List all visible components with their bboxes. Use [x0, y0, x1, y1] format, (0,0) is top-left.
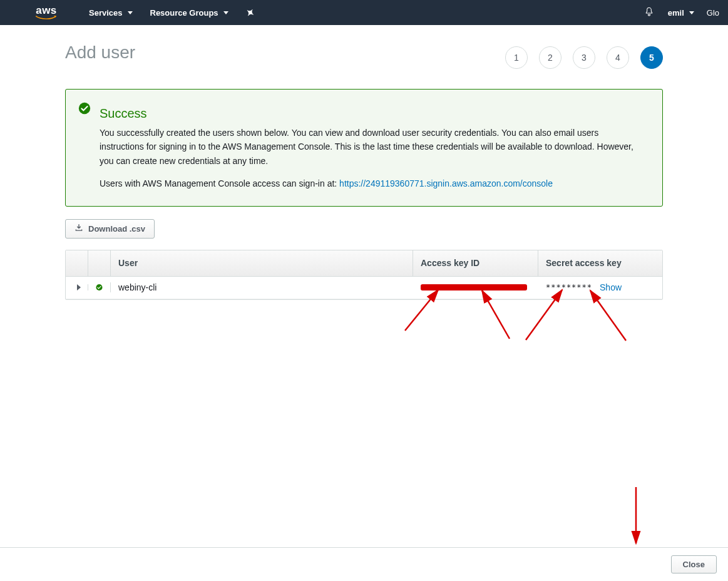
- nav-resource-groups-label: Resource Groups: [150, 8, 218, 18]
- expand-row-toggle[interactable]: [66, 284, 88, 290]
- account-user-label: emil: [668, 8, 684, 18]
- aws-smile-icon: [35, 15, 58, 20]
- wizard-steps: 1 2 3 4 5: [505, 46, 663, 69]
- signin-url-link[interactable]: https://249119360771.signin.aws.amazon.c…: [339, 178, 553, 188]
- close-button[interactable]: Close: [671, 555, 717, 573]
- wizard-step-1[interactable]: 1: [505, 46, 528, 69]
- table-row: webiny-cli ********* Show: [66, 277, 662, 299]
- page-title: Add user: [65, 43, 135, 63]
- chevron-down-icon: [223, 11, 228, 14]
- users-table: User Access key ID Secret access key web…: [65, 250, 663, 300]
- top-nav: aws Services Resource Groups ✦ emil Glo: [0, 0, 728, 25]
- success-signin-prefix: Users with AWS Management Console access…: [100, 178, 339, 188]
- row-username: webiny-cli: [111, 282, 413, 292]
- pin-icon: ✦: [243, 5, 257, 19]
- download-csv-button[interactable]: Download .csv: [65, 219, 155, 239]
- th-user: User: [111, 250, 413, 276]
- footer-actions: Close: [0, 547, 728, 581]
- th-access-key-id: Access key ID: [413, 250, 538, 276]
- nav-pin[interactable]: ✦: [246, 7, 254, 19]
- success-body-text: You successfully created the users shown…: [100, 126, 645, 168]
- aws-logo-text: aws: [36, 5, 57, 16]
- notifications-button[interactable]: [644, 7, 654, 19]
- account-menu[interactable]: emil: [668, 8, 694, 18]
- th-secret-access-key: Secret access key: [538, 250, 662, 276]
- row-secret-masked: *********: [546, 283, 592, 292]
- nav-resource-groups[interactable]: Resource Groups: [150, 8, 228, 18]
- success-check-icon: [78, 102, 91, 115]
- success-check-icon: [96, 282, 103, 292]
- svg-point-0: [79, 103, 90, 114]
- bell-icon: [644, 7, 654, 17]
- download-csv-label: Download .csv: [88, 224, 145, 234]
- redacted-access-key: [421, 284, 527, 290]
- wizard-step-3[interactable]: 3: [573, 46, 595, 69]
- row-access-key-id: [413, 284, 538, 290]
- show-secret-link[interactable]: Show: [600, 282, 622, 292]
- success-alert: Success You successfully created the use…: [65, 89, 663, 207]
- wizard-step-2[interactable]: 2: [539, 46, 561, 69]
- th-status: [88, 250, 111, 276]
- success-title: Success: [100, 103, 645, 123]
- chevron-down-icon: [689, 11, 694, 14]
- wizard-step-5[interactable]: 5: [640, 46, 663, 69]
- download-icon: [74, 224, 83, 234]
- wizard-step-4[interactable]: 4: [607, 46, 629, 69]
- nav-services[interactable]: Services: [89, 8, 133, 18]
- aws-logo[interactable]: aws: [35, 5, 58, 20]
- nav-services-label: Services: [89, 8, 123, 18]
- th-expand: [66, 250, 88, 276]
- chevron-right-icon: [77, 284, 81, 290]
- chevron-down-icon: [128, 11, 133, 14]
- region-label[interactable]: Glo: [707, 8, 719, 18]
- svg-point-1: [96, 284, 102, 290]
- row-status: [88, 282, 111, 292]
